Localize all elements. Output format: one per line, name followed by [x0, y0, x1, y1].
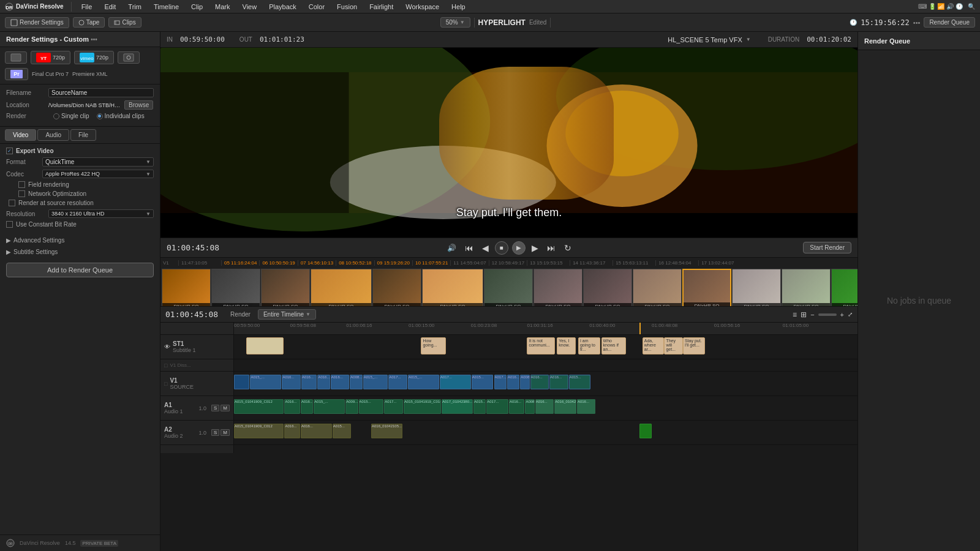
stop-btn[interactable]: ■ [495, 241, 508, 255]
sub-clip-4[interactable]: I am going to tr... [578, 337, 600, 354]
search-icon[interactable]: 🔍 [968, 3, 975, 10]
audio2-clip-5[interactable]: A016_01042105... [371, 424, 402, 438]
storyboard-icon[interactable]: ⊞ [801, 310, 807, 319]
subtitle-settings-row[interactable]: ▶ Subtitle Settings [0, 246, 160, 258]
a2-s-btn[interactable]: S [211, 429, 219, 436]
src-clip-13[interactable]: A016... [507, 375, 519, 389]
clip-thumb-13[interactable]: DNxHR SQ [782, 269, 831, 306]
preset-film[interactable] [118, 51, 140, 64]
clips-btn[interactable]: Clips [108, 17, 141, 28]
render-source-cb[interactable] [9, 200, 15, 206]
tab-video[interactable]: Video [5, 129, 36, 141]
zoom-in-btn[interactable]: + [840, 311, 844, 318]
advanced-settings-row[interactable]: ▶ Advanced Settings [0, 234, 160, 246]
clip-thumb-1[interactable]: DNxHR SQ [162, 269, 211, 306]
menu-edit[interactable]: Edit [102, 3, 118, 10]
audio1-clip-9[interactable]: A017_01042380... [442, 399, 473, 414]
src-clip-4[interactable]: A016... [317, 375, 330, 389]
clip-thumb-3[interactable]: DNxHR SQ [261, 269, 310, 306]
go-to-end-btn[interactable]: ⏭ [545, 242, 558, 254]
audio1-clip-7[interactable]: A017... [384, 399, 403, 414]
eye-st1[interactable]: 👁 [164, 343, 170, 350]
sub-clip-1[interactable]: How going... [421, 337, 446, 354]
a1-m-btn[interactable]: M [221, 405, 230, 411]
sub-clip-3[interactable]: Yes, I know. [557, 337, 576, 354]
src-clip-8[interactable]: A017... [388, 375, 407, 389]
preset-fcp[interactable]: Final Cut Pro 7 [32, 71, 69, 77]
single-clip-radio[interactable]: Single clip [53, 113, 89, 119]
export-video-checkbox[interactable] [6, 148, 13, 154]
clip-thumb-10[interactable]: DNxHR SQ [633, 269, 682, 306]
filename-input[interactable] [48, 88, 154, 97]
constant-bitrate-cb[interactable] [6, 221, 13, 228]
src-clip-start[interactable] [234, 375, 249, 389]
step-back-btn[interactable]: ◀ [480, 242, 491, 254]
audio1-clip-3[interactable]: A016... [301, 399, 313, 414]
src-clip-6[interactable]: A008... [350, 375, 362, 389]
audio2-green-clip[interactable] [639, 424, 652, 438]
panel-options[interactable]: ••• [91, 36, 97, 43]
audio1-clip-2[interactable]: A016... [284, 399, 300, 414]
clip-thumb-14[interactable]: DNxHR SQ [831, 269, 858, 306]
audio1-clip-12[interactable]: A016... [509, 399, 524, 414]
individual-clips-radio[interactable]: Individual clips [97, 113, 145, 119]
sub-clip-blank[interactable] [246, 337, 284, 354]
loop-btn[interactable]: ↻ [562, 242, 574, 254]
clip-thumb-5[interactable]: DNxHR SQ [372, 269, 421, 306]
render-settings-btn[interactable]: Render Settings [5, 17, 69, 28]
fit-timeline-btn[interactable]: ⤢ [848, 311, 853, 318]
clip-thumb-9[interactable]: DNxHR SQ [583, 269, 632, 306]
src-clip-11[interactable]: A015... [472, 375, 494, 389]
sub-clip-2[interactable]: It is not communi... [527, 337, 555, 354]
audio1-clip-1[interactable]: A015_01041909_C012 [234, 399, 284, 414]
src-clip-5[interactable]: A016... [331, 375, 350, 389]
zoom-out-btn[interactable]: − [810, 311, 814, 318]
go-to-start-btn[interactable]: ⏮ [462, 242, 476, 254]
play-btn[interactable]: ▶ [512, 241, 526, 255]
tab-audio[interactable]: Audio [37, 129, 69, 141]
preset-custom[interactable] [5, 51, 27, 64]
audio2-clip-4[interactable]: A015... [333, 424, 352, 438]
menu-view[interactable]: View [240, 3, 260, 10]
menu-file[interactable]: File [79, 3, 95, 10]
format-select[interactable]: QuickTime ▼ [42, 157, 154, 167]
menu-color[interactable]: Color [306, 3, 327, 10]
audio2-clip-2[interactable]: A016... [284, 424, 300, 438]
clip-thumb-7[interactable]: DNxHR SQ [484, 269, 533, 306]
audio1-clip-8[interactable]: A015_01041919_C014 [404, 399, 441, 414]
menu-playback[interactable]: Playback [266, 3, 299, 10]
src-clip-15[interactable]: A016... [530, 375, 549, 389]
clip-thumb-2[interactable]: DNxHR SQ [211, 269, 260, 306]
src-clip-7[interactable]: A015_... [363, 375, 388, 389]
menu-help[interactable]: Help [449, 3, 468, 10]
audio1-clip-6[interactable]: A015... [359, 399, 384, 414]
clip-thumb-11[interactable]: DNxHR SQ [682, 269, 731, 306]
add-to-render-queue-btn[interactable]: Add to Render Queue [6, 263, 154, 277]
menu-mark[interactable]: Mark [213, 3, 232, 10]
src-clip-12[interactable]: A017... [494, 375, 507, 389]
a1-s-btn[interactable]: S [211, 405, 219, 411]
src-clip-16[interactable]: A016... [549, 375, 568, 389]
audio1-clip-4[interactable]: A015_... [314, 399, 345, 414]
sub-clip-8[interactable]: Stay put. I'll get... [683, 337, 705, 354]
audio1-clip-16[interactable]: A016... [577, 399, 596, 414]
tab-file[interactable]: File [70, 129, 96, 141]
codec-select[interactable]: Apple ProRes 422 HQ ▼ [42, 170, 154, 178]
network-opt-cb[interactable] [18, 190, 25, 197]
audio1-clip-14[interactable]: A016... [535, 399, 554, 414]
zoom-slider[interactable] [818, 313, 837, 316]
audio1-clip-5[interactable]: A009... [345, 399, 358, 414]
src-clip-1[interactable]: A015_... [250, 375, 281, 389]
clip-thumb-4[interactable]: DNxHR SQ [311, 269, 372, 306]
menu-trim[interactable]: Trim [126, 3, 144, 10]
zoom-control[interactable]: 50% ▼ [440, 17, 470, 28]
preset-xml[interactable]: Premiere XML [72, 71, 108, 77]
preset-vimeo[interactable]: vimeo 720p [74, 51, 114, 64]
src-clip-17[interactable]: A015... [569, 375, 591, 389]
field-rendering-cb[interactable] [18, 181, 25, 188]
video-area[interactable]: Stay put. I'll get them. [160, 48, 858, 238]
src-clip-14[interactable]: A008... [520, 375, 529, 389]
sub-clip-5[interactable]: Who knows if an... [601, 337, 627, 354]
more-options-icon[interactable]: ••• [913, 19, 921, 26]
audio1-clip-15[interactable]: A016_01042105... [554, 399, 576, 414]
